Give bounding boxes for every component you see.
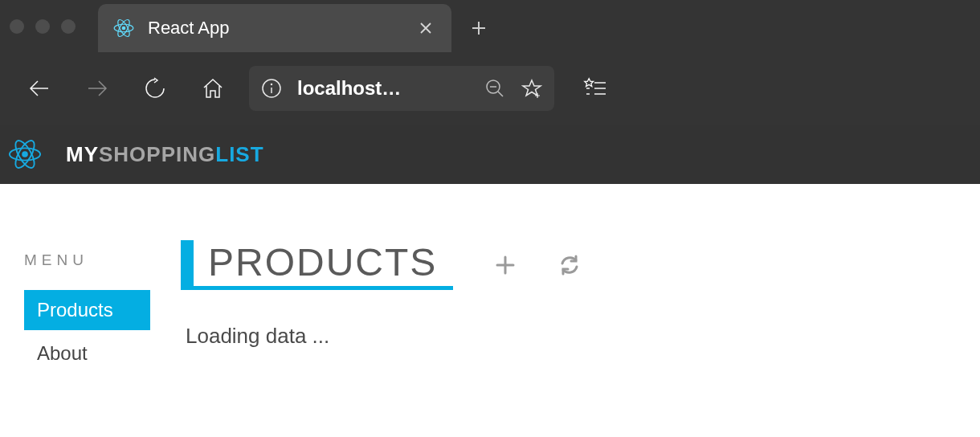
app-title: MYSHOPPINGLIST bbox=[66, 142, 264, 167]
heading-row: PRODUCTS bbox=[181, 240, 582, 290]
react-favicon-icon bbox=[112, 17, 135, 39]
browser-tab[interactable]: React App bbox=[98, 4, 451, 52]
sidebar: MENU Products About bbox=[0, 184, 165, 437]
page-heading: PRODUCTS bbox=[181, 240, 453, 290]
info-icon[interactable] bbox=[260, 77, 283, 100]
title-part-list: LIST bbox=[215, 142, 263, 166]
sidebar-item-products[interactable]: Products bbox=[24, 290, 150, 330]
zoom-out-icon[interactable] bbox=[484, 77, 506, 100]
tab-close-button[interactable] bbox=[414, 17, 437, 39]
window-maximize-button[interactable] bbox=[61, 19, 76, 34]
tab-title: React App bbox=[148, 18, 402, 39]
reload-button[interactable] bbox=[130, 63, 180, 113]
menu-heading: MENU bbox=[24, 251, 165, 269]
favorites-list-button[interactable] bbox=[570, 63, 620, 113]
refresh-button[interactable] bbox=[557, 253, 582, 277]
app-header: MYSHOPPINGLIST bbox=[0, 125, 980, 184]
heading-accent-bar bbox=[181, 240, 194, 286]
loading-status: Loading data ... bbox=[181, 324, 582, 349]
title-part-my: MY bbox=[66, 142, 99, 166]
svg-point-5 bbox=[272, 84, 272, 85]
window-controls bbox=[10, 19, 98, 34]
svg-point-0 bbox=[122, 27, 126, 31]
home-button[interactable] bbox=[188, 63, 238, 113]
react-logo-icon bbox=[6, 136, 43, 173]
svg-point-7 bbox=[22, 151, 28, 157]
main-content: PRODUCTS Loading data ... bbox=[165, 184, 598, 437]
browser-chrome: React App localhost… bbox=[0, 0, 980, 125]
title-part-shopping: SHOPPING bbox=[99, 142, 215, 166]
sidebar-item-about[interactable]: About bbox=[24, 333, 150, 374]
back-button[interactable] bbox=[14, 63, 64, 113]
page-body: MENU Products About PRODUCTS Loading dat bbox=[0, 184, 980, 437]
favorite-add-icon[interactable] bbox=[521, 77, 543, 100]
add-product-button[interactable] bbox=[493, 253, 517, 277]
address-bar[interactable]: localhost… bbox=[249, 66, 554, 111]
tab-strip: React App bbox=[0, 0, 980, 52]
page-title: PRODUCTS bbox=[194, 240, 453, 286]
new-tab-button[interactable] bbox=[455, 4, 503, 52]
url-text: localhost… bbox=[297, 77, 469, 100]
window-close-button[interactable] bbox=[10, 19, 24, 34]
forward-button[interactable] bbox=[72, 63, 122, 113]
browser-toolbar: localhost… bbox=[0, 52, 980, 125]
window-minimize-button[interactable] bbox=[35, 19, 50, 34]
